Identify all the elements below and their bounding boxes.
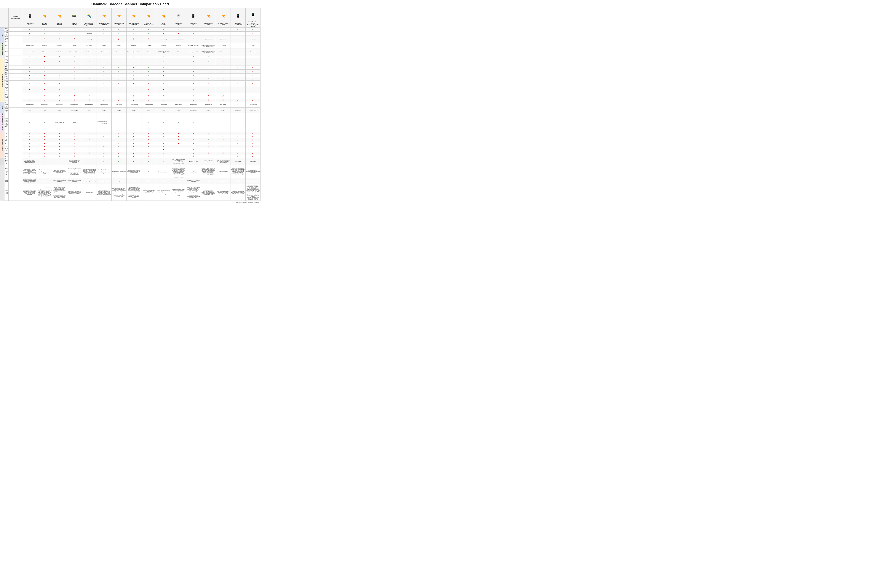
label-dist-max: Max [4, 48, 9, 55]
label-hid-keyboard: HID Keyboard [4, 93, 9, 99]
product-scansku: 📱 ScanSKU Android BarcodeScanner – Rugge… [245, 8, 260, 27]
label-technology: Technology [4, 108, 9, 113]
label-spp: SPP [4, 99, 9, 102]
label-rfid: RFID [4, 142, 9, 145]
row-isw: ISW ✓ ✗ ✓ ✓ ✓ ✓ ✗ ✗ ✓ ✓ ✓ ✓ ✓ ✓ ✓ [0, 55, 261, 58]
product-panmobil: 📱 PanmobilsmartSCANNY [231, 8, 245, 27]
group-other [0, 184, 5, 201]
label-ocr: OCR [4, 152, 9, 155]
product-wasp: 🔫 WaspWWS450 [156, 8, 171, 27]
desc-scan-pattern [9, 102, 23, 108]
row-graphics: Graphics Formats Supported Graphics Form… [0, 113, 261, 132]
desc-technology [9, 108, 23, 113]
row-wand: Wand Emulation ✗ ✗ ✗ ✓ ✓ ✗ ✗ ✗ ✗ ✗ ✗ ✓ ✗… [0, 86, 261, 93]
label-usb: USB [4, 78, 9, 81]
label-d2d: 2D [4, 135, 9, 138]
row-postal: Postal ✗ ✗ ✗ ✗ ✓ ✓ ✓ ✗ ✓ ✗ ✗ ✗ ✗ ✗ ✗ [0, 148, 261, 152]
product-trimble: 📱 Trimble Juno 5Series [22, 8, 37, 27]
desc-d1d [9, 132, 23, 135]
row-scan-pattern: Scan Scan Pattern Omnidirectional Omnidi… [0, 102, 261, 108]
product-motorola-mt2000: 📟 MotorolaMT2000 [67, 8, 82, 27]
label-synapse: Synapse [4, 70, 9, 74]
label-usb20host: USB 2.0 Host [4, 81, 9, 86]
row-technology: Technology Imager Imager Imager Laser, I… [0, 108, 261, 113]
row-warranty: Warranty 12 months standard hardware war… [0, 178, 261, 184]
desc-kbwedge [9, 58, 23, 66]
label-dist-min: Min [4, 43, 9, 49]
desc-os [9, 158, 23, 165]
desc-ocr [9, 152, 23, 155]
group-decode: Decode Capability [0, 132, 5, 158]
desc-dist-min [9, 43, 23, 49]
row-ocr: OCR ✗ ✗ ✗ ✗ ✗ ✗ ✗ ✗ ✗ ✗ ✗ ✗ ✗ ✗ ✗ [0, 152, 261, 155]
label-other: Other Features [4, 184, 9, 201]
row-synapse: Synapse ✓ ✓ ✓ ✗ ✗ ✓ ✓ ✓ ✓ ✗ ✗ ✓ ✓ ✗ ✗ [0, 70, 261, 74]
label-d1d: 1D [4, 132, 9, 135]
row-os: Operating System Windows Embedded Handhe… [0, 158, 261, 165]
desc-warranty [9, 178, 23, 184]
label-bluetooth: Bluetooth Enabled? [4, 36, 9, 43]
label-warranty: Warranty [4, 178, 9, 184]
desc-software [9, 165, 23, 178]
group-warranty [0, 178, 5, 184]
row-usb: USB ✗ ✗ ✓ ✓ ✓ ✓ ✓ ✗ ✓ ✓ ✓ ✓ ✓ ✓ ✓ [0, 78, 261, 81]
label-rs232: RS-232 [4, 66, 9, 70]
product-motorola-ds6708: 🔫 Motorola/SymbolDS6708-DL [126, 8, 141, 27]
product-honeywell-xenon: 🔫 Honeywell Xenon1902 [111, 8, 126, 27]
desc-handheld [9, 27, 23, 32]
desc-bluetooth [9, 36, 23, 43]
desc-d2d [9, 135, 23, 138]
label-rs485: RS-485 [4, 74, 9, 78]
row-dpm: DPM ✓ ✗ ✗ ✗ ✓ ✓ ✓ ✗ ✗ ✗ ✗ ✓ ✓ ✗ ✗ [0, 155, 261, 158]
row-spp: SPP ✗ ✗ ✗ ✗ ✗ ✗ ✗ ✗ ✗ ✗ ✗ ✗ ✗ ✗ ✗ [0, 99, 261, 102]
row-bluetooth: Bluetooth Enabled? ✓ ✗ ✗ ✗ (tethered) ✓ … [0, 36, 261, 43]
row-p2p: P2P ✓ ✗ ✗ ✗ ✓ ✓ ✓ ✗ ✓ ✓ ✓ ✗ ✓ ✗ ✗ [0, 145, 261, 148]
product-honeywell-granit: 🔫 Honeywell Granit1901i [216, 8, 231, 27]
desc-spp [9, 99, 23, 102]
label-scan-pattern: Scan Pattern [4, 102, 9, 108]
row-usb20host: USB 2.0 Host ✗ ✗ ✗ ✓ ✓ ✗ ✗ ✗ ✗ ✓ ✗ ✗ ✗ ✗… [0, 81, 261, 86]
label-os: Operating System [4, 158, 9, 165]
product-datalogic: 🔫 Datalogic GryphonI GD4400 [96, 8, 111, 27]
row-hid-keyboard: HID Keyboard ✓ ✗ ✗ ✗ ✓ ✓ ✓ ✗ ✗ ✗ ✓ ✗ ✗ ✓… [0, 93, 261, 99]
row-software: Software Compatibility Depends on GPS So… [0, 165, 261, 178]
desc-postal [9, 148, 23, 152]
row-pdf417: PDF417 ✗ ✗ ✗ ✗ ✓ ✓ ✓ ✗ ✗ ✓ ✗ ✓ ✓ ✓ ✗ ✗ [0, 138, 261, 142]
desc-p2p [9, 145, 23, 148]
desc-hid-keyboard [9, 93, 23, 99]
desc-synapse [9, 70, 23, 74]
group-isw [0, 55, 5, 58]
label-corded: Corded [4, 32, 9, 36]
row-dist-min: Scanning Distance Min varies by model 0 … [0, 43, 261, 49]
row-corded: Corded ✗ ✓ ✓ ✓ (wireless) ✓ ✓ ✓ ✓ ✗ ✗ ✗ … [0, 32, 261, 36]
label-graphics: Graphics Formats Supported [4, 113, 9, 132]
product-socket: 📱 Socket CHS7Xi [186, 8, 201, 27]
row-rs232: RS-232 ✓ ✓ ✓ ✗ ✗ ✓ ✓ ✗ ✓ ✗ ✓ ✓ ✗ ✗ ✗ [0, 66, 261, 70]
label-kbwedge: Keyboard Wedge [4, 58, 9, 66]
product-motorola-ds6707: 🔫 MotorolaDS6707 [52, 8, 67, 27]
page-title: Handheld Barcode Scanner Comparison Char… [0, 0, 261, 8]
corner-cell [0, 8, 9, 27]
desc-dist-max [9, 48, 23, 55]
group-os [0, 158, 5, 165]
group-scan: Scan [0, 102, 5, 113]
desc-usb20host [9, 81, 23, 86]
row-label-header: ScannerName/Model # [9, 8, 23, 27]
row-d1d: Decode Capability 1D ✗ ✗ ✗ ✗ ✗ ✗ ✗ ✓ ✗ ✓… [0, 132, 261, 135]
row-rfid: RFID ✗ ✗ ✗ ✗ ✗ ✗ ✗ ✗ ✗ ✗ ✗ ✗ ✗ ✗ ✓ ✗ [0, 142, 261, 145]
row-other: Other Features high-sensitivity GNSS, Wi… [0, 184, 261, 201]
product-motorola-ds3500: 🔫 MotorolaDS3500-ER Serie [141, 8, 156, 27]
product-adesso: 🔫 Adesso NcScan5000 [201, 8, 216, 27]
footer: CAMCODE Durable Bar Code Solutions [0, 201, 261, 204]
group-distance: Scanning Distance [0, 43, 5, 56]
label-software: Software Compatibility [4, 165, 9, 178]
desc-graphics [9, 113, 23, 132]
desc-isw [9, 55, 23, 58]
group-software [0, 165, 5, 178]
desc-usb [9, 78, 23, 81]
row-rs485: RS-485 ✗ ✗ ✓ ✗ ✗ ✓ ✗ ✗ ✓ ✗ ✗ ✗ ✗ ✗ ✗ [0, 74, 261, 78]
desc-rs485 [9, 74, 23, 78]
label-pdf417: PDF417 [4, 138, 9, 142]
label-handheld: Handheld [4, 27, 9, 32]
label-isw: ISW [4, 55, 9, 58]
